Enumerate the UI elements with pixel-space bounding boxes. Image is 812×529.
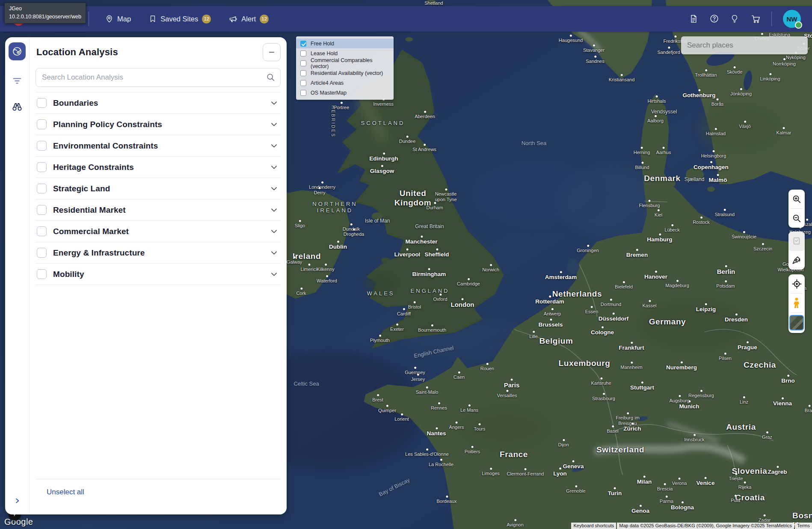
- analysis-section-row[interactable]: Environmental Constraints: [36, 135, 281, 157]
- layer-checkbox[interactable]: [300, 70, 306, 76]
- section-checkbox[interactable]: [37, 141, 47, 151]
- layer-label: Free Hold: [311, 41, 334, 47]
- map-layers-panel: Free HoldLease HoldCommercial Comparable…: [296, 36, 394, 100]
- zoom-in-button[interactable]: [788, 190, 805, 208]
- topbar-right-actions: NW: [689, 10, 801, 28]
- my-location-button[interactable]: [788, 274, 805, 293]
- section-checkbox[interactable]: [37, 205, 47, 215]
- globe-icon: [12, 46, 22, 56]
- section-checkbox[interactable]: [37, 226, 47, 236]
- analysis-section-row[interactable]: Boundaries: [36, 92, 281, 114]
- idea-bulb-icon[interactable]: [730, 14, 740, 24]
- saved-bookmark-tool-button[interactable]: [788, 232, 805, 250]
- map-data-credit: Map data ©2025 GeoBasis-DE/BKG (©2009), …: [617, 523, 794, 529]
- help-icon[interactable]: [710, 14, 719, 24]
- section-label: Strategic Land: [53, 184, 264, 193]
- section-label: Commercial Market: [53, 227, 264, 236]
- map-type-thumbnail[interactable]: [789, 315, 804, 330]
- analysis-section-row[interactable]: Planning Policy Constraints: [36, 114, 281, 135]
- panel-footer: Unselect all: [36, 479, 281, 514]
- online-status-dot: [795, 21, 802, 29]
- page-title: Location Analysis: [36, 47, 118, 58]
- layer-checkbox[interactable]: [300, 90, 306, 96]
- topbar-divider: [89, 12, 89, 26]
- analysis-search-input[interactable]: [36, 68, 281, 87]
- map-pin-icon: [105, 15, 113, 23]
- pegman-street-view[interactable]: [788, 294, 805, 312]
- chevron-down-icon: [270, 99, 278, 107]
- section-label: Mobility: [53, 270, 264, 279]
- user-avatar[interactable]: NW: [783, 10, 801, 28]
- cart-icon[interactable]: [751, 14, 760, 24]
- document-icon[interactable]: [689, 14, 699, 24]
- chevron-down-icon: [270, 206, 278, 214]
- section-label: Environmental Constraints: [53, 141, 264, 151]
- analysis-search: [36, 68, 281, 87]
- layer-checkbox[interactable]: [300, 80, 306, 86]
- layer-row[interactable]: Commercial Comparables (vector): [296, 58, 394, 68]
- keyboard-shortcuts-link[interactable]: Keyboard shortcuts: [571, 523, 616, 529]
- app-root: { "tooltip": {"line1": "JGeo", "line2": …: [0, 0, 812, 529]
- analysis-section-row[interactable]: Mobility: [36, 264, 281, 285]
- layer-row[interactable]: OS MasterMap: [296, 88, 394, 98]
- megaphone-icon: [229, 15, 237, 23]
- section-checkbox[interactable]: [37, 119, 47, 129]
- analysis-section-row[interactable]: Strategic Land: [36, 178, 281, 199]
- minimize-panel-button[interactable]: [263, 43, 281, 61]
- section-checkbox[interactable]: [37, 184, 47, 193]
- globe-layers-button[interactable]: [9, 42, 26, 60]
- section-label: Heritage Constraints: [53, 163, 264, 172]
- nav-item-alert[interactable]: Alert 12: [229, 15, 269, 24]
- alert-count-badge: 12: [260, 15, 269, 24]
- terms-link[interactable]: Terms: [795, 523, 812, 529]
- location-analysis-panel: Location Analysis BoundariesPlanning Pol…: [30, 37, 287, 514]
- layer-checkbox[interactable]: [300, 41, 306, 47]
- layer-checkbox[interactable]: [300, 60, 306, 66]
- section-checkbox[interactable]: [37, 269, 47, 279]
- tooltip-title: JGeo: [9, 5, 81, 13]
- layer-label: OS MasterMap: [311, 90, 347, 96]
- search-places-box: [681, 36, 808, 54]
- nav-item-map[interactable]: Map: [105, 15, 131, 23]
- chevron-down-icon: [270, 163, 278, 171]
- unselect-all-link[interactable]: Unselect all: [47, 488, 84, 496]
- map-attribution-bar: Keyboard shortcuts Map data ©2025 GeoBas…: [571, 523, 812, 529]
- annotation-controls: [788, 232, 805, 270]
- draw-pen-tool-button[interactable]: [788, 251, 805, 270]
- tool-rail: [5, 37, 30, 514]
- search-places-input[interactable]: [681, 36, 808, 54]
- layer-row[interactable]: Free Hold: [296, 39, 394, 48]
- location-analysis-card: Location Analysis BoundariesPlanning Pol…: [5, 37, 287, 514]
- nav-item-saved-sites[interactable]: Saved Sites 12: [149, 15, 211, 24]
- chevron-down-icon: [270, 120, 278, 128]
- chevron-down-icon: [270, 270, 278, 278]
- section-label: Energy & Infrastructure: [53, 248, 264, 258]
- tooltip-url: 10.2.0.10:8081/geoserver/web: [9, 13, 81, 21]
- binoculars-icon[interactable]: [12, 101, 23, 112]
- topbar-divider: [771, 12, 772, 26]
- layer-row[interactable]: Residential Availability (vector): [296, 68, 394, 78]
- analysis-section-row[interactable]: Commercial Market: [36, 221, 281, 242]
- layer-checkbox[interactable]: [300, 51, 306, 56]
- layers-list: Free HoldLease HoldCommercial Comparable…: [296, 39, 394, 98]
- chevron-down-icon: [270, 249, 278, 257]
- saved-sites-count-badge: 12: [202, 15, 211, 24]
- zoom-out-button[interactable]: [788, 209, 805, 228]
- section-checkbox[interactable]: [37, 162, 47, 172]
- filter-icon[interactable]: [12, 77, 22, 84]
- analysis-section-row[interactable]: Energy & Infrastructure: [36, 242, 281, 264]
- expand-panel-chevron[interactable]: [14, 497, 21, 504]
- layer-label: Article4 Areas: [311, 80, 344, 86]
- layer-row[interactable]: Article4 Areas: [296, 78, 394, 88]
- layer-label: Residential Availability (vector): [311, 70, 383, 76]
- location-controls: [788, 274, 805, 333]
- section-checkbox[interactable]: [37, 98, 47, 108]
- analysis-section-row[interactable]: Heritage Constraints: [36, 157, 281, 178]
- nav-label: Map: [117, 15, 131, 23]
- analysis-sections-list: BoundariesPlanning Policy ConstraintsEnv…: [36, 92, 281, 285]
- analysis-section-row[interactable]: Residential Market: [36, 199, 281, 221]
- section-checkbox[interactable]: [37, 248, 47, 258]
- search-icon: [266, 73, 275, 82]
- nav-label: Saved Sites: [160, 15, 198, 23]
- section-label: Residential Market: [53, 205, 264, 215]
